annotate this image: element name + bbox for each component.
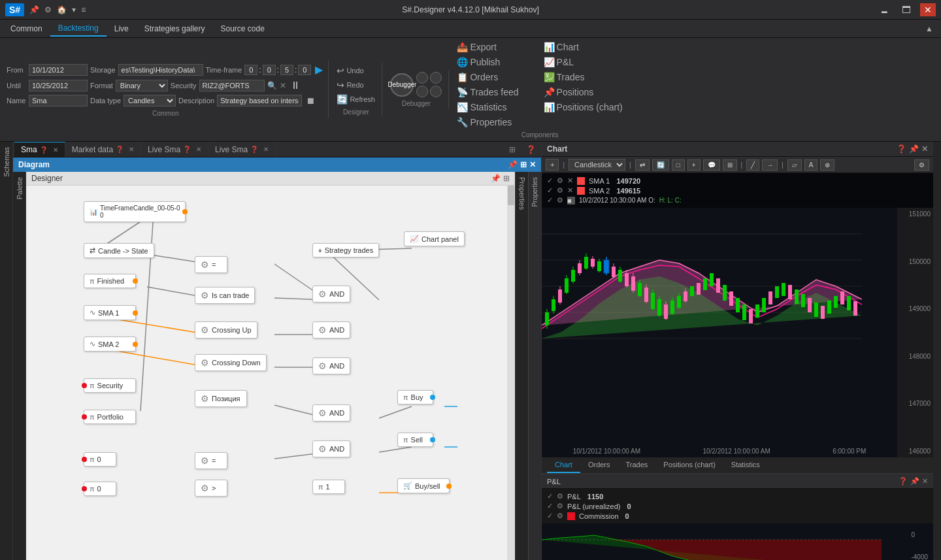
chart-button[interactable]: 📊 Chart — [541, 41, 625, 54]
node-candle-state[interactable]: ⇄ Candle -> State — [84, 243, 154, 258]
tab-sma[interactable]: Sma ❓ ✕ — [14, 142, 65, 157]
titlebar-icon-settings[interactable]: ⚙ — [44, 5, 52, 14]
maximize-button[interactable]: 🗖 — [898, 3, 915, 16]
menu-source-code[interactable]: Source code — [212, 22, 272, 36]
diagram-scrollbar[interactable] — [507, 186, 515, 560]
schemas-label[interactable]: Schemas — [0, 142, 13, 182]
tab-statistics[interactable]: Statistics — [723, 457, 768, 473]
tab-live-sma1-help[interactable]: ❓ — [183, 146, 191, 153]
name-input[interactable] — [29, 95, 88, 107]
pnl-close-icon[interactable]: ✕ — [922, 477, 928, 486]
menu-strategies-gallery[interactable]: Strategies gallery — [137, 22, 213, 36]
titlebar-icon-home[interactable]: 🏠 — [57, 5, 67, 14]
tab-expand-icon[interactable]: ⊞ — [504, 142, 521, 157]
node-and3[interactable]: ⚙ AND — [312, 357, 350, 374]
node-and1[interactable]: ⚙ AND — [312, 286, 350, 303]
tab-market-data[interactable]: Market data ❓ ✕ — [65, 142, 141, 157]
node-one[interactable]: π 1 — [312, 480, 345, 494]
node-sma2[interactable]: ∿ SMA 2 — [84, 337, 136, 352]
tab-live-sma1[interactable]: Live Sma ❓ ✕ — [141, 142, 208, 157]
pnl-help-icon[interactable]: ❓ — [899, 477, 908, 486]
chart-draw1[interactable]: ╱ — [746, 159, 759, 171]
breakpoint-circle[interactable]: Debugger — [390, 73, 414, 97]
publish-button[interactable]: 🌐 Publish — [454, 56, 538, 69]
scrollbar-thumb[interactable] — [508, 186, 514, 205]
trades-button[interactable]: 💹 Trades — [541, 71, 625, 84]
chart-text-btn[interactable]: A — [804, 159, 818, 171]
node-buy-sell[interactable]: 🛒 Buy/sell — [397, 478, 450, 493]
diagram-pin-icon[interactable]: 📌 — [508, 160, 518, 169]
legend-check3[interactable]: ✓ — [547, 196, 553, 205]
tab-live-sma1-close[interactable]: ✕ — [196, 146, 201, 153]
properties-button[interactable]: 🔧 Properties — [454, 116, 538, 129]
diagram-props-label[interactable]: Properties — [529, 172, 541, 212]
chart-tool5[interactable]: 💬 — [703, 159, 720, 171]
legend-x2[interactable]: ✕ — [567, 186, 573, 195]
time-h[interactable] — [244, 65, 257, 75]
chart-help-icon[interactable]: ❓ — [897, 144, 906, 154]
legend-gear2[interactable]: ⚙ — [557, 186, 563, 195]
candlestick-select[interactable]: Candlestick — [569, 159, 625, 171]
node-portfolio[interactable]: π Portfolio — [84, 410, 136, 424]
refresh-button[interactable]: 🔄 Refresh — [334, 93, 378, 106]
until-input[interactable] — [29, 80, 88, 91]
diagram-float-icon[interactable]: ⊞ — [520, 160, 527, 169]
tab-help-icon[interactable]: ❓ — [521, 142, 541, 157]
description-input[interactable] — [217, 95, 302, 107]
debug-btn2[interactable] — [430, 72, 442, 84]
tab-positions-chart[interactable]: Positions (chart) — [655, 457, 723, 473]
export-button[interactable]: 📤 Export — [454, 41, 538, 54]
stop-button[interactable]: ⏹ — [305, 94, 316, 107]
node-equals2[interactable]: ⚙ = — [195, 452, 227, 469]
titlebar-icon-dropdown[interactable]: ▾ — [72, 5, 76, 14]
tab-orders[interactable]: Orders — [580, 457, 618, 473]
legend-gear3[interactable]: ⚙ — [557, 196, 563, 205]
security-search-icon[interactable]: 🔍 — [267, 81, 277, 90]
chart-tool1[interactable]: ⇄ — [635, 159, 650, 171]
chart-settings-btn[interactable]: ⚙ — [914, 159, 929, 171]
tab-market-data-close[interactable]: ✕ — [129, 146, 134, 153]
time-m[interactable] — [263, 65, 276, 75]
debug-btn4[interactable] — [430, 86, 442, 97]
node-crossing-down[interactable]: ⚙ Crossing Down — [195, 354, 267, 371]
legend-check2[interactable]: ✓ — [547, 186, 553, 195]
legend-gear1[interactable]: ⚙ — [557, 176, 563, 185]
tab-chart[interactable]: Chart — [547, 457, 580, 473]
chart-tool2[interactable]: 🔄 — [652, 159, 669, 171]
node-security[interactable]: π Security — [84, 378, 136, 393]
security-input[interactable] — [199, 80, 265, 91]
datatype-select[interactable]: Candles — [124, 95, 176, 107]
chart-zoom-btn[interactable]: ⊕ — [820, 159, 834, 171]
node-zero1[interactable]: π 0 — [84, 452, 116, 467]
chart-tool3[interactable]: □ — [672, 159, 685, 171]
node-greater[interactable]: ⚙ > — [195, 480, 227, 497]
pnl-check2[interactable]: ✓ — [547, 502, 553, 510]
pnl-gear3[interactable]: ⚙ — [557, 512, 563, 520]
node-crossing-up[interactable]: ⚙ Crossing Up — [195, 321, 257, 338]
positions-button[interactable]: 📌 Positions — [541, 86, 625, 99]
node-equals1[interactable]: ⚙ = — [195, 256, 227, 273]
chart-pin-icon[interactable]: 📌 — [909, 144, 919, 154]
pnl-button[interactable]: 📈 P&L — [541, 56, 625, 69]
designer-pin-icon[interactable]: 📌 — [491, 174, 501, 183]
titlebar-icon-more[interactable]: ≡ — [81, 5, 86, 14]
node-sma1[interactable]: ∿ SMA 1 — [84, 305, 136, 320]
play-button[interactable]: ▶ — [314, 62, 324, 77]
debug-btn1[interactable] — [416, 72, 428, 84]
node-is-can-trade[interactable]: ⚙ Is can trade — [195, 287, 255, 304]
pnl-check1[interactable]: ✓ — [547, 492, 553, 501]
collapse-icon[interactable]: ▲ — [920, 22, 938, 36]
node-and5[interactable]: ⚙ AND — [312, 440, 350, 457]
palette-label[interactable]: Palette — [13, 172, 26, 205]
legend-x1[interactable]: ✕ — [567, 176, 573, 185]
tab-live-sma2-help[interactable]: ❓ — [250, 146, 258, 153]
debug-btn3[interactable] — [416, 86, 428, 97]
node-and2[interactable]: ⚙ AND — [312, 321, 350, 338]
pause-button[interactable]: ⏸ — [289, 78, 302, 93]
pnl-check3[interactable]: ✓ — [547, 512, 553, 520]
tab-trades[interactable]: Trades — [618, 457, 656, 473]
node-poziciya[interactable]: ⚙ Позиция — [195, 390, 247, 407]
tab-live-sma2-close[interactable]: ✕ — [263, 146, 269, 153]
chart-tool6[interactable]: ⊞ — [723, 159, 737, 171]
security-clear-icon[interactable]: ✕ — [280, 81, 286, 90]
